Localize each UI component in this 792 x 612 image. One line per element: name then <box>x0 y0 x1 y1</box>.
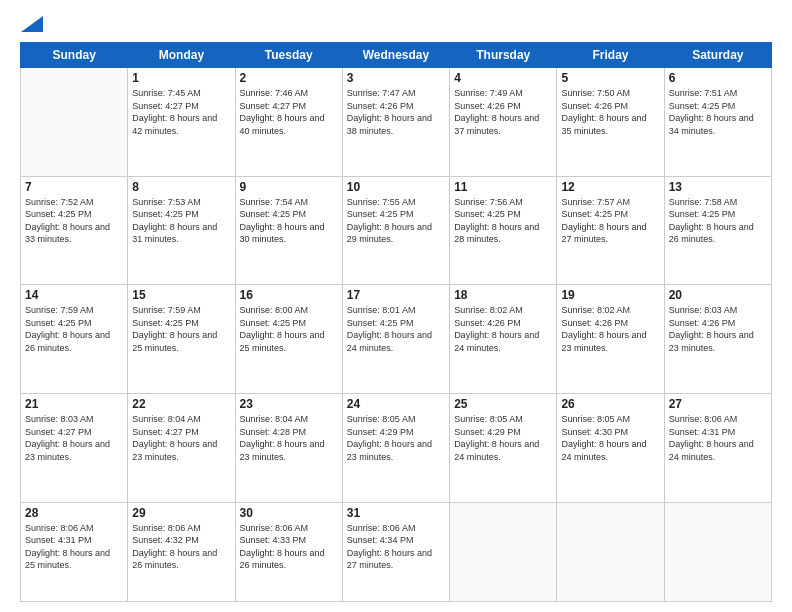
daylight-line1: Daylight: 8 hours and <box>25 221 123 234</box>
day-number: 25 <box>454 397 552 411</box>
sunset-text: Sunset: 4:25 PM <box>132 208 230 221</box>
day-info: Sunrise: 7:55 AMSunset: 4:25 PMDaylight:… <box>347 196 445 246</box>
daylight-line1: Daylight: 8 hours and <box>25 547 123 560</box>
calendar-week-row: 7Sunrise: 7:52 AMSunset: 4:25 PMDaylight… <box>21 176 772 285</box>
calendar-cell: 10Sunrise: 7:55 AMSunset: 4:25 PMDayligh… <box>342 176 449 285</box>
calendar-body: 1Sunrise: 7:45 AMSunset: 4:27 PMDaylight… <box>21 68 772 602</box>
sunrise-text: Sunrise: 8:06 AM <box>25 522 123 535</box>
sunrise-text: Sunrise: 8:03 AM <box>669 304 767 317</box>
day-number: 24 <box>347 397 445 411</box>
sunrise-text: Sunrise: 7:52 AM <box>25 196 123 209</box>
daylight-line2: 34 minutes. <box>669 125 767 138</box>
daylight-line1: Daylight: 8 hours and <box>132 112 230 125</box>
day-info: Sunrise: 8:06 AMSunset: 4:33 PMDaylight:… <box>240 522 338 572</box>
day-info: Sunrise: 7:59 AMSunset: 4:25 PMDaylight:… <box>25 304 123 354</box>
calendar-cell: 9Sunrise: 7:54 AMSunset: 4:25 PMDaylight… <box>235 176 342 285</box>
sunset-text: Sunset: 4:26 PM <box>561 317 659 330</box>
day-info: Sunrise: 7:53 AMSunset: 4:25 PMDaylight:… <box>132 196 230 246</box>
daylight-line2: 24 minutes. <box>454 342 552 355</box>
weekday-header-saturday: Saturday <box>664 43 771 68</box>
calendar-cell: 28Sunrise: 8:06 AMSunset: 4:31 PMDayligh… <box>21 502 128 601</box>
calendar-cell: 18Sunrise: 8:02 AMSunset: 4:26 PMDayligh… <box>450 285 557 394</box>
day-number: 11 <box>454 180 552 194</box>
daylight-line2: 40 minutes. <box>240 125 338 138</box>
day-number: 26 <box>561 397 659 411</box>
day-info: Sunrise: 8:05 AMSunset: 4:30 PMDaylight:… <box>561 413 659 463</box>
daylight-line2: 25 minutes. <box>132 342 230 355</box>
calendar-cell: 14Sunrise: 7:59 AMSunset: 4:25 PMDayligh… <box>21 285 128 394</box>
sunrise-text: Sunrise: 7:55 AM <box>347 196 445 209</box>
sunset-text: Sunset: 4:33 PM <box>240 534 338 547</box>
weekday-header-wednesday: Wednesday <box>342 43 449 68</box>
daylight-line1: Daylight: 8 hours and <box>347 112 445 125</box>
daylight-line2: 24 minutes. <box>347 342 445 355</box>
calendar-cell: 31Sunrise: 8:06 AMSunset: 4:34 PMDayligh… <box>342 502 449 601</box>
day-number: 19 <box>561 288 659 302</box>
daylight-line2: 38 minutes. <box>347 125 445 138</box>
day-info: Sunrise: 7:58 AMSunset: 4:25 PMDaylight:… <box>669 196 767 246</box>
day-info: Sunrise: 7:57 AMSunset: 4:25 PMDaylight:… <box>561 196 659 246</box>
day-number: 16 <box>240 288 338 302</box>
day-info: Sunrise: 8:05 AMSunset: 4:29 PMDaylight:… <box>454 413 552 463</box>
calendar-cell: 6Sunrise: 7:51 AMSunset: 4:25 PMDaylight… <box>664 68 771 177</box>
day-info: Sunrise: 7:45 AMSunset: 4:27 PMDaylight:… <box>132 87 230 137</box>
daylight-line2: 33 minutes. <box>25 233 123 246</box>
daylight-line2: 23 minutes. <box>132 451 230 464</box>
day-number: 2 <box>240 71 338 85</box>
calendar-header: SundayMondayTuesdayWednesdayThursdayFrid… <box>21 43 772 68</box>
sunset-text: Sunset: 4:29 PM <box>454 426 552 439</box>
sunrise-text: Sunrise: 7:50 AM <box>561 87 659 100</box>
daylight-line1: Daylight: 8 hours and <box>454 438 552 451</box>
calendar-week-row: 1Sunrise: 7:45 AMSunset: 4:27 PMDaylight… <box>21 68 772 177</box>
day-number: 10 <box>347 180 445 194</box>
day-info: Sunrise: 7:46 AMSunset: 4:27 PMDaylight:… <box>240 87 338 137</box>
day-info: Sunrise: 7:49 AMSunset: 4:26 PMDaylight:… <box>454 87 552 137</box>
logo-text <box>20 16 44 32</box>
calendar-cell: 27Sunrise: 8:06 AMSunset: 4:31 PMDayligh… <box>664 393 771 502</box>
sunset-text: Sunset: 4:25 PM <box>347 208 445 221</box>
day-info: Sunrise: 8:01 AMSunset: 4:25 PMDaylight:… <box>347 304 445 354</box>
calendar-cell <box>21 68 128 177</box>
day-info: Sunrise: 8:04 AMSunset: 4:27 PMDaylight:… <box>132 413 230 463</box>
daylight-line1: Daylight: 8 hours and <box>669 221 767 234</box>
sunset-text: Sunset: 4:25 PM <box>669 208 767 221</box>
day-info: Sunrise: 8:00 AMSunset: 4:25 PMDaylight:… <box>240 304 338 354</box>
weekday-header-thursday: Thursday <box>450 43 557 68</box>
day-number: 27 <box>669 397 767 411</box>
calendar-cell: 19Sunrise: 8:02 AMSunset: 4:26 PMDayligh… <box>557 285 664 394</box>
day-number: 13 <box>669 180 767 194</box>
day-number: 4 <box>454 71 552 85</box>
sunset-text: Sunset: 4:25 PM <box>240 317 338 330</box>
calendar-table: SundayMondayTuesdayWednesdayThursdayFrid… <box>20 42 772 602</box>
daylight-line2: 26 minutes. <box>132 559 230 572</box>
sunrise-text: Sunrise: 8:02 AM <box>454 304 552 317</box>
daylight-line2: 35 minutes. <box>561 125 659 138</box>
daylight-line1: Daylight: 8 hours and <box>240 112 338 125</box>
sunrise-text: Sunrise: 8:04 AM <box>240 413 338 426</box>
sunrise-text: Sunrise: 8:06 AM <box>669 413 767 426</box>
day-info: Sunrise: 8:03 AMSunset: 4:27 PMDaylight:… <box>25 413 123 463</box>
sunrise-text: Sunrise: 7:54 AM <box>240 196 338 209</box>
daylight-line1: Daylight: 8 hours and <box>561 112 659 125</box>
calendar-cell: 8Sunrise: 7:53 AMSunset: 4:25 PMDaylight… <box>128 176 235 285</box>
sunrise-text: Sunrise: 7:53 AM <box>132 196 230 209</box>
daylight-line1: Daylight: 8 hours and <box>240 221 338 234</box>
sunrise-text: Sunrise: 8:01 AM <box>347 304 445 317</box>
calendar-cell: 7Sunrise: 7:52 AMSunset: 4:25 PMDaylight… <box>21 176 128 285</box>
weekday-header-tuesday: Tuesday <box>235 43 342 68</box>
sunrise-text: Sunrise: 8:05 AM <box>454 413 552 426</box>
day-info: Sunrise: 8:03 AMSunset: 4:26 PMDaylight:… <box>669 304 767 354</box>
daylight-line2: 23 minutes. <box>347 451 445 464</box>
calendar-cell: 16Sunrise: 8:00 AMSunset: 4:25 PMDayligh… <box>235 285 342 394</box>
day-info: Sunrise: 7:51 AMSunset: 4:25 PMDaylight:… <box>669 87 767 137</box>
daylight-line1: Daylight: 8 hours and <box>454 329 552 342</box>
calendar-week-row: 28Sunrise: 8:06 AMSunset: 4:31 PMDayligh… <box>21 502 772 601</box>
calendar-cell: 2Sunrise: 7:46 AMSunset: 4:27 PMDaylight… <box>235 68 342 177</box>
daylight-line2: 27 minutes. <box>561 233 659 246</box>
sunset-text: Sunset: 4:25 PM <box>669 100 767 113</box>
calendar-cell: 22Sunrise: 8:04 AMSunset: 4:27 PMDayligh… <box>128 393 235 502</box>
sunrise-text: Sunrise: 8:00 AM <box>240 304 338 317</box>
daylight-line1: Daylight: 8 hours and <box>347 329 445 342</box>
daylight-line1: Daylight: 8 hours and <box>240 438 338 451</box>
daylight-line1: Daylight: 8 hours and <box>25 329 123 342</box>
